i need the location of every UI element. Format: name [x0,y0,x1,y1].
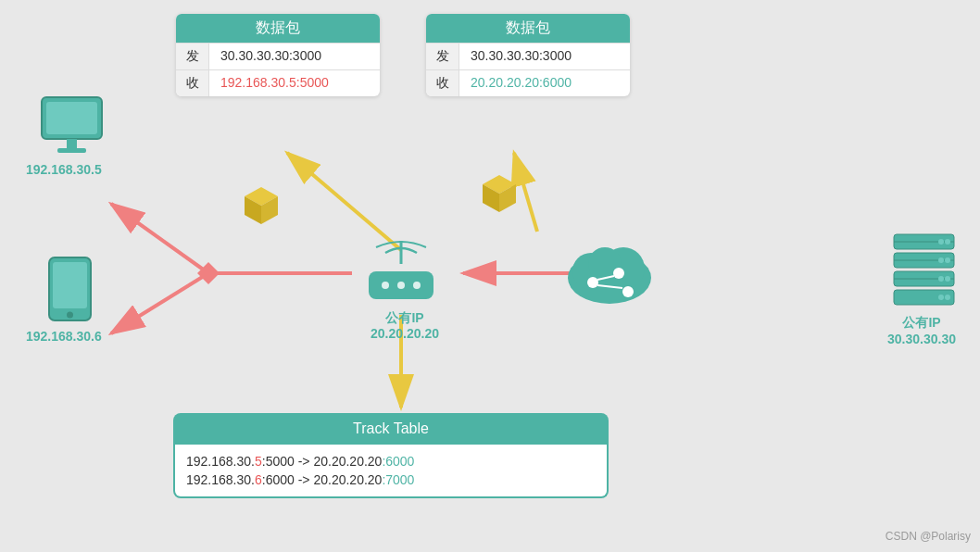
svg-point-33 [587,277,598,288]
right-cube-icon [477,171,521,220]
svg-line-5 [111,204,208,273]
server-ip: 30.30.30.30 [875,332,968,346]
track-table-row2: 192.168.30.6:6000 -> 20.20.20.20:7000 [186,470,596,489]
router-icon [359,236,443,314]
svg-rect-13 [67,139,77,148]
right-packet-send-label: 发 [426,44,459,69]
right-packet-recv-value: 20.20.20.20:6000 [459,70,583,96]
svg-point-27 [397,282,405,289]
left-packet-recv-value: 192.168.30.5:5000 [209,70,340,96]
track-table-title: Track Table [173,413,609,445]
left-packet-send-label: 发 [176,44,209,69]
right-packet-send-value: 30.30.30.30:3000 [459,44,583,69]
svg-marker-10 [197,262,220,284]
left-cube-icon [239,183,283,232]
watermark: CSDN @Polarisy [886,530,971,543]
svg-rect-16 [53,262,87,308]
right-packet-recv-label: 收 [426,70,459,96]
svg-point-51 [938,295,944,300]
svg-point-26 [382,282,389,289]
server-ip-label: 公有IP [875,315,968,332]
left-packet-table: 数据包 发 30.30.30.30:3000 收 192.168.30.5:50… [176,14,380,96]
svg-point-52 [945,295,950,300]
track-table: Track Table 192.168.30.5:5000 -> 20.20.2… [173,413,609,498]
svg-point-49 [938,276,944,282]
svg-point-17 [67,312,73,319]
svg-rect-12 [46,102,97,134]
svg-point-28 [413,282,421,289]
computer-ip-label: 192.168.30.5 [26,162,102,177]
svg-line-6 [111,273,208,333]
right-packet-title: 数据包 [426,14,630,43]
svg-point-47 [938,257,944,263]
svg-point-46 [945,239,950,245]
cloud-icon [554,227,665,319]
router-ip: 20.20.20.20 [363,326,446,341]
svg-point-34 [613,268,624,279]
svg-point-35 [622,286,634,297]
right-packet-table: 数据包 发 30.30.30.30:3000 收 20.20.20.20:600… [426,14,630,96]
server-icon [889,230,959,312]
svg-rect-14 [57,148,86,153]
left-packet-send-value: 30.30.30.30:3000 [209,44,333,69]
left-packet-title: 数据包 [176,14,380,43]
track-table-row1: 192.168.30.5:5000 -> 20.20.20.20:6000 [186,452,596,470]
tablet-ip-label: 192.168.30.6 [26,329,102,344]
tablet-icon [44,255,95,328]
router-ip-label: 公有IP [363,310,446,327]
svg-point-48 [945,257,950,263]
svg-point-45 [938,239,944,245]
computer-icon [37,93,107,161]
svg-point-50 [945,276,950,282]
left-packet-recv-label: 收 [176,70,209,96]
